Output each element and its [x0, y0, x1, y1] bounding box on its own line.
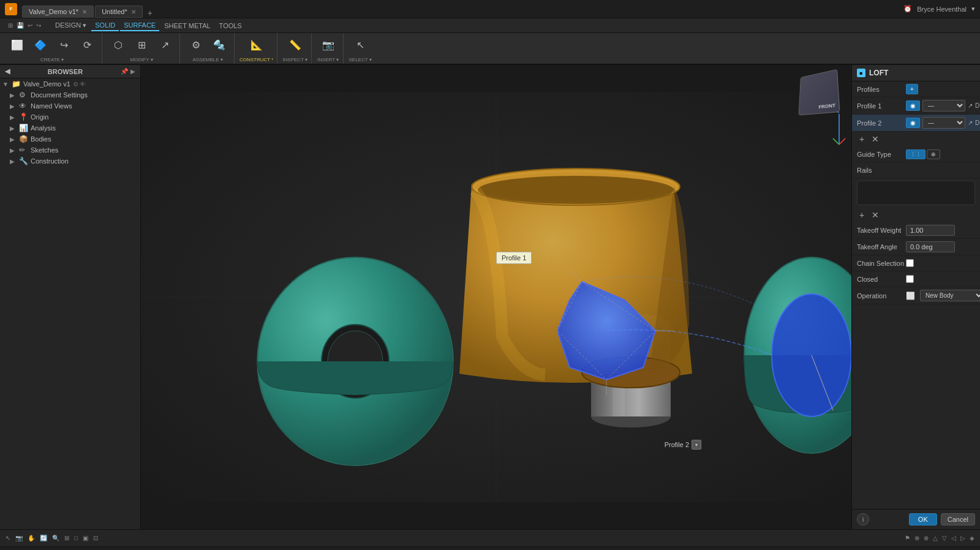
- assemble-btn-2[interactable]: 🔩: [208, 34, 230, 56]
- profile1-direction-select[interactable]: —: [922, 100, 965, 111]
- bt-extra-4[interactable]: △: [931, 533, 940, 543]
- modify-btn-1[interactable]: ⬡: [107, 34, 129, 56]
- closed-checkbox[interactable]: [906, 275, 914, 283]
- browser-expand-btn[interactable]: ▶: [130, 68, 135, 75]
- viewcube-cube[interactable]: FRONT: [799, 69, 840, 116]
- quick-redo-icon[interactable]: ↪: [34, 21, 43, 30]
- bt-extra-8[interactable]: ◈: [968, 533, 976, 543]
- profile1-selector-btn[interactable]: ◉: [906, 100, 920, 111]
- bt-zoomfit[interactable]: ⊞: [62, 533, 71, 543]
- create-btn-2[interactable]: 🔷: [29, 34, 51, 56]
- loft-cancel-btn[interactable]: Cancel: [941, 513, 975, 526]
- create-btn-1[interactable]: ⬜: [6, 34, 28, 56]
- tree-origin[interactable]: ▶ 📍 Origin: [0, 111, 140, 122]
- bt-display2[interactable]: ▣: [81, 533, 90, 543]
- profile2-direction-select[interactable]: —: [922, 117, 965, 129]
- bt-extra-1[interactable]: ⚑: [903, 533, 912, 543]
- analysis-expand[interactable]: ▶: [10, 125, 17, 132]
- construct-btn-1[interactable]: 📐: [246, 34, 268, 56]
- modify-btn-3[interactable]: ↗: [154, 34, 176, 56]
- named-views-expand[interactable]: ▶: [10, 103, 17, 110]
- sketches-expand[interactable]: ▶: [10, 147, 17, 154]
- loft-panel: ■ LOFT Profiles + Profile 1 ◉ —: [851, 65, 980, 529]
- chain-selection-checkbox[interactable]: [906, 259, 914, 267]
- browser-collapse-icon[interactable]: ◀: [5, 67, 10, 75]
- operation-select[interactable]: New Body Join Cut Intersect New Componen…: [920, 290, 980, 301]
- tab-valve-demo[interactable]: Valve_Demo v1* ✕: [22, 6, 94, 18]
- quick-grid-icon[interactable]: ⊞: [6, 21, 15, 30]
- construction-expand[interactable]: ▶: [10, 158, 17, 165]
- quick-undo-icon[interactable]: ↩: [26, 21, 34, 30]
- inspect-btn-1[interactable]: 📏: [284, 34, 306, 56]
- create-btn-3[interactable]: ↪: [53, 34, 75, 56]
- browser-pin-btn[interactable]: 📌: [121, 68, 128, 75]
- nav-solid[interactable]: SOLID: [91, 20, 119, 31]
- root-gear-icon[interactable]: ⚙: [73, 81, 78, 88]
- bt-cursor[interactable]: ↖: [4, 533, 12, 543]
- loft-ok-btn[interactable]: OK: [909, 513, 937, 526]
- nav-sheetmetal[interactable]: SHEET METAL: [160, 21, 214, 31]
- quick-save-icon[interactable]: 💾: [15, 21, 26, 30]
- loft-info-btn[interactable]: i: [857, 513, 869, 526]
- bt-pan[interactable]: ✋: [26, 533, 37, 543]
- profile2-direction-icon: ↗: [968, 119, 973, 126]
- nav-design[interactable]: DESIGN ▾: [51, 20, 90, 31]
- tree-document-settings[interactable]: ▶ ⚙ Document Settings: [0, 89, 140, 100]
- tree-named-views[interactable]: ▶ 👁 Named Views: [0, 100, 140, 111]
- nav-surface[interactable]: SURFACE: [120, 20, 159, 31]
- select-label[interactable]: SELECT ▾: [349, 57, 371, 62]
- bt-extra-7[interactable]: ▷: [959, 533, 967, 543]
- bt-extra-5[interactable]: ▽: [940, 533, 949, 543]
- modify-label[interactable]: MODIFY ▾: [130, 57, 153, 62]
- tree-construction[interactable]: ▶ 🔧 Construction: [0, 156, 140, 167]
- loft-profiles-value: +: [906, 84, 975, 94]
- loft-rails-label: Rails: [857, 167, 906, 174]
- select-btn-1[interactable]: ↖: [349, 34, 371, 56]
- root-expand-icon[interactable]: ▼: [2, 81, 10, 88]
- modify-btn-2[interactable]: ⊞: [130, 34, 153, 56]
- nav-tools[interactable]: TOOLS: [216, 21, 246, 31]
- bt-extra-2[interactable]: ⊕: [913, 533, 921, 543]
- assemble-btn-1[interactable]: ⚙: [185, 34, 207, 56]
- tab-valve-demo-close[interactable]: ✕: [82, 9, 87, 15]
- profile2-selector-btn[interactable]: ◉: [906, 118, 920, 128]
- takeoff-weight-input[interactable]: [906, 225, 955, 236]
- inspect-label[interactable]: INSPECT ▾: [282, 57, 307, 62]
- viewport[interactable]: Profile 1 Profile 2 ▾ FRONT Z: [141, 65, 851, 529]
- insert-btn-1[interactable]: 📷: [317, 34, 339, 56]
- construct-label[interactable]: CONSTRUCT *: [239, 57, 273, 62]
- tree-root[interactable]: ▼ 📁 Valve_Demo v1 ⚙ 👁: [0, 78, 140, 89]
- new-tab-button[interactable]: +: [144, 8, 156, 18]
- tree-bodies[interactable]: ▶ 📦 Bodies: [0, 134, 140, 145]
- root-eye-icon[interactable]: 👁: [80, 81, 86, 88]
- user-chevron[interactable]: ▾: [971, 5, 975, 13]
- tree-sketches[interactable]: ▶ ✏ Sketches: [0, 145, 140, 156]
- loft-remove-rail-btn[interactable]: ✕: [869, 210, 881, 220]
- bt-extra-6[interactable]: ◁: [949, 533, 958, 543]
- create-btn-4[interactable]: ⟳: [76, 34, 98, 56]
- guide-type-buttons: ⋮⋮ ⊕: [906, 149, 940, 159]
- create-label[interactable]: CREATE ▾: [40, 57, 64, 62]
- assemble-label[interactable]: ASSEMBLE ▾: [192, 57, 222, 62]
- loft-add-profile-btn[interactable]: +: [857, 134, 867, 144]
- loft-profiles-row: Profiles +: [852, 81, 980, 97]
- loft-remove-profile-btn[interactable]: ✕: [869, 134, 881, 144]
- bodies-expand[interactable]: ▶: [10, 136, 17, 143]
- bt-camera[interactable]: 📷: [13, 533, 24, 543]
- loft-add-rail-btn[interactable]: +: [857, 210, 867, 220]
- bt-display1[interactable]: □: [72, 533, 80, 543]
- profiles-add-btn[interactable]: +: [906, 84, 918, 94]
- bt-extra-3[interactable]: ⊗: [922, 533, 930, 543]
- tab-untitled[interactable]: Untitled* ✕: [95, 6, 143, 18]
- tree-analysis[interactable]: ▶ 📊 Analysis: [0, 122, 140, 134]
- bt-display3[interactable]: ⊡: [91, 533, 100, 543]
- doc-settings-expand[interactable]: ▶: [10, 92, 17, 99]
- bt-orbit[interactable]: 🔄: [38, 533, 49, 543]
- guide-type-rail-btn[interactable]: ⋮⋮: [906, 149, 925, 159]
- insert-label[interactable]: INSERT ▾: [317, 57, 339, 62]
- tab-untitled-close[interactable]: ✕: [131, 9, 136, 15]
- guide-type-center-btn[interactable]: ⊕: [927, 149, 940, 159]
- origin-expand[interactable]: ▶: [10, 114, 17, 121]
- bt-zoom[interactable]: 🔍: [50, 533, 61, 543]
- takeoff-angle-input[interactable]: [906, 241, 955, 252]
